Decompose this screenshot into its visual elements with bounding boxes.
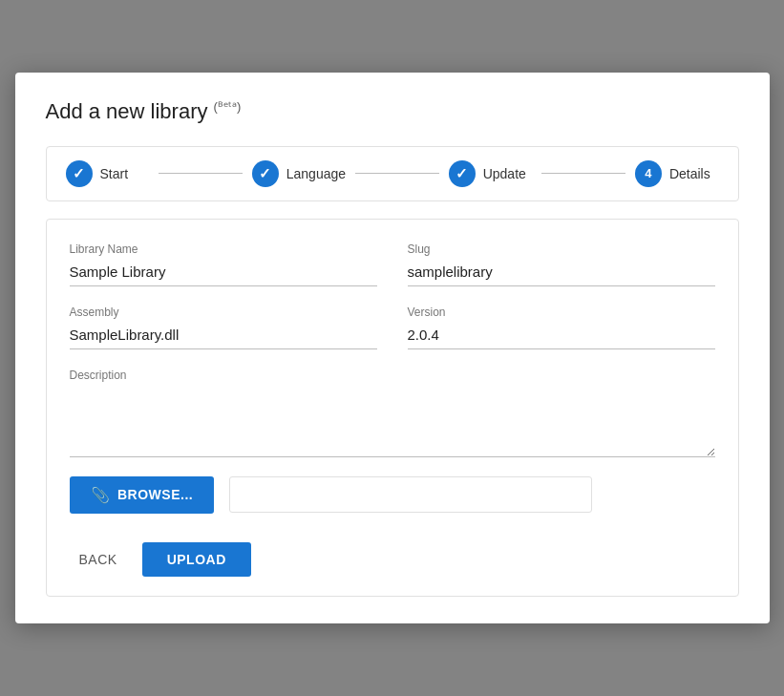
file-row: 📎 BROWSE... [70,476,715,514]
step-language-label: Language [286,166,346,181]
stepper: Start Language Update 4 Details [46,146,739,201]
slug-field: Slug [408,243,715,286]
assembly-field: Assembly [70,306,377,349]
assembly-input[interactable] [70,323,377,349]
step-start: Start [66,160,150,187]
step-update-circle [449,160,476,187]
form-section: Library Name Slug Assembly Version [46,219,739,597]
library-name-field: Library Name [70,243,377,286]
action-row: BACK UPLOAD [70,537,715,577]
assembly-label: Assembly [70,306,377,319]
description-label: Description [70,369,715,382]
slug-input[interactable] [408,260,715,286]
step-line-3 [541,173,625,174]
step-details-label: Details [669,166,710,181]
step-details: 4 Details [635,160,719,187]
library-name-label: Library Name [70,243,377,256]
version-field: Version [408,306,715,349]
form-row-1: Library Name Slug [70,243,715,286]
step-update: Update [449,160,533,187]
step-start-label: Start [100,166,129,181]
step-start-circle [66,160,93,187]
description-textarea[interactable] [70,386,715,457]
description-field: Description [70,369,715,457]
file-input-display [229,476,592,513]
modal-title: Add a new library (ᴮᵉᵗᵃ) [46,99,739,124]
add-library-modal: Add a new library (ᴮᵉᵗᵃ) Start Language … [15,73,770,622]
step-language-circle [252,160,279,187]
version-label: Version [408,306,715,319]
step-language: Language [252,160,346,187]
step-details-circle: 4 [635,160,662,187]
browse-button[interactable]: 📎 BROWSE... [70,476,215,514]
back-button[interactable]: BACK [70,544,127,575]
form-row-2: Assembly Version [70,306,715,349]
slug-label: Slug [408,243,715,256]
version-input[interactable] [408,323,715,349]
step-update-label: Update [483,166,526,181]
step-line-2 [355,173,439,174]
browse-label: BROWSE... [117,487,193,502]
library-name-input[interactable] [70,260,377,286]
step-line-1 [159,173,243,174]
paperclip-icon: 📎 [91,486,111,504]
upload-button[interactable]: UPLOAD [142,542,251,577]
